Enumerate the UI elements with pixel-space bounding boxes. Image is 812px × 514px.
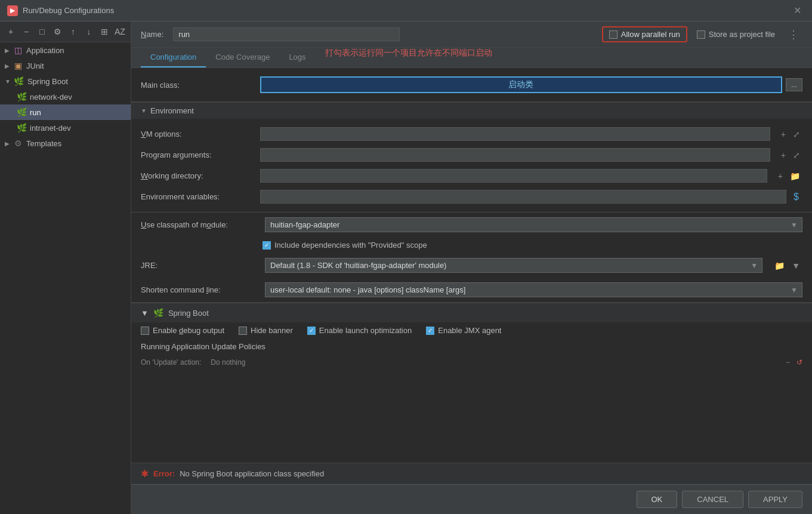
vm-options-expand-button[interactable]: ⤢ — [791, 128, 802, 140]
main-class-section: Main class: ... — [131, 68, 812, 101]
title-bar: ▶ Run/Debug Configurations ✕ — [0, 0, 812, 21]
tab-configuration[interactable]: Configuration — [141, 48, 206, 67]
jre-browse-button[interactable]: 📁 — [772, 260, 787, 272]
dialog-title: Run/Debug Configurations — [23, 6, 790, 15]
include-deps-checkbox[interactable]: ✓ — [263, 241, 271, 250]
apply-button[interactable]: APPLY — [748, 491, 802, 508]
enable-launch-checkbox[interactable]: ✓ — [307, 327, 316, 335]
main-class-browse-button[interactable]: ... — [786, 78, 802, 91]
partial-minus-button[interactable]: − — [786, 358, 790, 367]
store-project-label: Store as project file — [709, 30, 775, 39]
add-config-button[interactable]: + — [5, 25, 17, 38]
enable-jmx-label: Enable JMX agent — [438, 326, 501, 335]
program-args-actions: + ⤢ — [779, 149, 802, 161]
classpath-row: Use classpath of module: huitian-fgap-ad… — [131, 213, 812, 237]
shorten-cmd-row: Shorten command line: user-local default… — [131, 278, 812, 302]
main-class-input[interactable] — [260, 76, 782, 93]
sidebar-label-springboot: Spring Boot — [27, 77, 68, 86]
sidebar-item-intranet-dev[interactable]: 🌿 intranet-dev — [0, 120, 131, 136]
program-args-input-area: + ⤢ — [260, 148, 802, 162]
springboot-section-label: Spring Boot — [168, 309, 209, 318]
tab-logs[interactable]: Logs — [279, 48, 315, 67]
springboot-section-header[interactable]: ▼ 🌿 Spring Boot — [131, 303, 812, 322]
sidebar-item-run[interactable]: 🌿 run — [0, 104, 131, 120]
classpath-select[interactable]: huitian-fgap-adapter — [265, 217, 802, 232]
ok-button[interactable]: OK — [637, 491, 678, 508]
store-project-container: Store as project file — [697, 30, 775, 39]
cancel-button[interactable]: CANCEL — [682, 491, 743, 508]
sidebar-label-templates: Templates — [26, 139, 61, 148]
do-nothing-label: Do nothing — [211, 358, 245, 367]
more-options-button[interactable]: ⋮ — [785, 28, 802, 41]
sidebar-label-junit: JUnit — [26, 61, 44, 70]
working-dir-row: Working directory: + 📁 — [141, 165, 802, 186]
copy-config-button[interactable]: □ — [36, 25, 48, 38]
program-args-row: Program arguments: + ⤢ — [141, 144, 802, 165]
run-icon: 🌿 — [17, 107, 26, 117]
classpath-label: Use classpath of module: — [141, 220, 260, 229]
move-up-button[interactable]: ↑ — [67, 25, 79, 38]
network-dev-icon: 🌿 — [17, 92, 26, 101]
store-project-checkbox[interactable] — [697, 30, 705, 39]
junit-icon: ▣ — [13, 61, 23, 70]
sort-button[interactable]: AZ — [114, 25, 126, 38]
sidebar-item-springboot[interactable]: ▼ 🌿 Spring Boot — [0, 73, 131, 89]
environment-section-header[interactable]: ▼ Environment — [131, 102, 812, 119]
sidebar-label-run: run — [30, 108, 41, 117]
env-vars-input-area: $ — [260, 190, 802, 204]
error-prefix: Error: — [153, 469, 175, 478]
expand-arrow-springboot: ▼ — [5, 78, 11, 85]
enable-launch-item: ✓ Enable launch optimization — [307, 326, 412, 335]
sidebar-toolbar: + − □ ⚙ ↑ ↓ ⊞ AZ — [0, 21, 131, 42]
enable-debug-checkbox[interactable] — [141, 327, 149, 335]
vm-options-add-button[interactable]: + — [779, 128, 788, 140]
vm-options-input[interactable] — [260, 127, 770, 141]
sidebar-item-junit[interactable]: ▶ ▣ JUnit — [0, 58, 131, 73]
tab-code-coverage[interactable]: Code Coverage — [206, 48, 279, 67]
sidebar-item-application[interactable]: ▶ ◫ Application — [0, 42, 131, 58]
close-button[interactable]: ✕ — [790, 4, 805, 17]
hide-banner-checkbox[interactable] — [239, 327, 247, 335]
partial-reset-button[interactable]: ↺ — [796, 358, 802, 367]
jre-dropdown-button[interactable]: ▼ — [789, 260, 802, 272]
springboot-icon: 🌿 — [14, 76, 24, 86]
sidebar-item-network-dev[interactable]: 🌿 network-dev — [0, 89, 131, 104]
include-deps-row: ✓ Include dependencies with "Provided" s… — [131, 237, 812, 253]
classpath-select-wrapper: huitian-fgap-adapter ▼ — [265, 217, 802, 232]
parallel-run-label: Allow parallel run — [621, 30, 680, 39]
error-icon: ✱ — [141, 468, 149, 479]
name-input[interactable] — [173, 27, 400, 41]
expand-arrow-junit: ▶ — [5, 63, 10, 69]
include-deps-item: ✓ Include dependencies with "Provided" s… — [263, 241, 427, 250]
main-class-label: Main class: — [141, 81, 260, 90]
jre-select[interactable]: Default (1.8 - SDK of 'huitian-fgap-adap… — [265, 258, 762, 273]
parallel-run-box: Allow parallel run — [602, 26, 687, 42]
parallel-run-checkbox[interactable] — [609, 30, 618, 39]
folder-button[interactable]: ⊞ — [98, 25, 110, 38]
jre-select-wrapper: Default (1.8 - SDK of 'huitian-fgap-adap… — [265, 258, 762, 273]
shorten-cmd-select[interactable]: user-local default: none - java [options… — [265, 282, 802, 297]
env-vars-expand-button[interactable]: $ — [790, 190, 802, 204]
sidebar-item-templates[interactable]: ▶ ⚙ Templates — [0, 136, 131, 151]
shorten-cmd-select-wrapper: user-local default: none - java [options… — [265, 282, 802, 297]
settings-button[interactable]: ⚙ — [51, 25, 63, 38]
application-icon: ◫ — [13, 45, 23, 55]
app-icon: ▶ — [7, 5, 18, 16]
working-dir-input[interactable] — [260, 169, 767, 183]
enable-jmx-checkbox[interactable]: ✓ — [426, 327, 434, 335]
enable-jmx-item: ✓ Enable JMX agent — [426, 326, 501, 335]
sidebar-label-intranet-dev: intranet-dev — [30, 124, 71, 133]
working-dir-add-button[interactable]: + — [776, 170, 785, 182]
move-down-button[interactable]: ↓ — [83, 25, 95, 38]
vm-options-input-area: + ⤢ — [260, 127, 802, 141]
program-args-expand-button[interactable]: ⤢ — [791, 149, 802, 161]
program-args-input[interactable] — [260, 148, 770, 162]
jre-actions: 📁 ▼ — [772, 260, 802, 272]
working-dir-browse-button[interactable]: 📁 — [788, 170, 802, 182]
main-content: + − □ ⚙ ↑ ↓ ⊞ AZ ▶ ◫ Application ▶ ▣ JUn… — [0, 21, 812, 514]
program-args-add-button[interactable]: + — [779, 149, 788, 161]
remove-config-button[interactable]: − — [20, 25, 32, 38]
vm-options-section: VM options: + ⤢ Program arguments: — [131, 119, 812, 212]
annotation-text: 打勾表示运行同一个项目允许在不同端口启动 — [325, 48, 492, 67]
env-vars-input[interactable] — [260, 190, 786, 204]
